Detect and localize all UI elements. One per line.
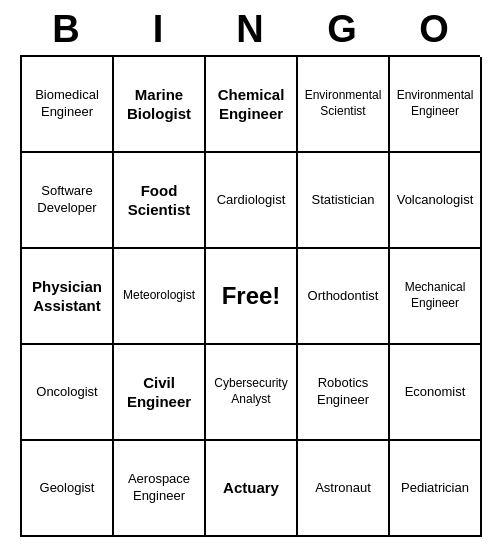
cell-10[interactable]: Physician Assistant <box>22 249 114 345</box>
cell-13[interactable]: Orthodontist <box>298 249 390 345</box>
cell-14[interactable]: Mechanical Engineer <box>390 249 482 345</box>
cell-2[interactable]: Chemical Engineer <box>206 57 298 153</box>
cell-22[interactable]: Actuary <box>206 441 298 537</box>
letter-b: B <box>22 8 110 51</box>
letter-n: N <box>206 8 294 51</box>
cell-4[interactable]: Environmental Engineer <box>390 57 482 153</box>
cell-15[interactable]: Oncologist <box>22 345 114 441</box>
letter-g: G <box>298 8 386 51</box>
cell-21[interactable]: Aerospace Engineer <box>114 441 206 537</box>
cell-17[interactable]: Cybersecurity Analyst <box>206 345 298 441</box>
cell-1[interactable]: Marine Biologist <box>114 57 206 153</box>
cell-20[interactable]: Geologist <box>22 441 114 537</box>
cell-12-free[interactable]: Free! <box>206 249 298 345</box>
bingo-grid: Biomedical Engineer Marine Biologist Che… <box>20 55 480 537</box>
cell-16[interactable]: Civil Engineer <box>114 345 206 441</box>
cell-8[interactable]: Statistician <box>298 153 390 249</box>
cell-5[interactable]: Software Developer <box>22 153 114 249</box>
cell-9[interactable]: Volcanologist <box>390 153 482 249</box>
cell-23[interactable]: Astronaut <box>298 441 390 537</box>
cell-6[interactable]: Food Scientist <box>114 153 206 249</box>
cell-7[interactable]: Cardiologist <box>206 153 298 249</box>
cell-3[interactable]: Environmental Scientist <box>298 57 390 153</box>
cell-24[interactable]: Pediatrician <box>390 441 482 537</box>
cell-18[interactable]: Robotics Engineer <box>298 345 390 441</box>
cell-19[interactable]: Economist <box>390 345 482 441</box>
bingo-header: B I N G O <box>20 0 480 55</box>
letter-i: I <box>114 8 202 51</box>
cell-0[interactable]: Biomedical Engineer <box>22 57 114 153</box>
cell-11[interactable]: Meteorologist <box>114 249 206 345</box>
letter-o: O <box>390 8 478 51</box>
